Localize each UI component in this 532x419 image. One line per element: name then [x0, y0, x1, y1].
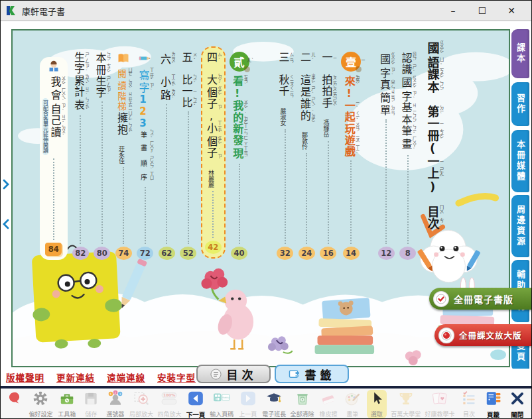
input-page-number-icon: menu	[212, 390, 231, 410]
toc-item-basic-strokes[interactable]: 認ㄖㄣˋ識ㄕˋ國ㄍㄨㄛˊ字ㄗˋ基ㄐㄧ本ㄅㄣˇ筆ㄅㄧˇ畫ㄏㄨㄚˋ8	[399, 52, 417, 260]
toc-item-reading-ladder[interactable]: 閱ㄩㄝˋ讀ㄉㄨˊ階ㄐㄧㄝ梯ㄊㄧ擁ㄩㄥˇ抱ㄅㄠˋ 莊永佳74	[115, 52, 133, 260]
toolbar-preferences[interactable]: 偏好設定	[29, 390, 52, 418]
toolbar-label: 頁籤	[487, 410, 499, 419]
dotted-leader	[123, 167, 124, 244]
toolbar-paint-brush[interactable]: 畫筆	[342, 390, 362, 418]
footer-link-版權聲明[interactable]: 版權聲明	[6, 371, 44, 384]
side-tab-label: 習作	[514, 93, 527, 115]
page-number-chip[interactable]: 84	[45, 243, 62, 256]
ribbon-label: 全冊電子書版	[454, 292, 513, 306]
select-icon	[367, 390, 386, 410]
side-tab-本冊媒體[interactable]: 本冊媒體	[511, 130, 529, 192]
dotted-leader	[80, 115, 81, 244]
bottom-tab-label: 書籤	[305, 366, 336, 383]
page-number-chip[interactable]: 14	[343, 247, 360, 260]
unit-badge: 壹ㄧ	[341, 52, 361, 72]
toc-item-lesson-5[interactable]: 五ㄨˇ 比ㄅㄧˇ一ㄧ比ㄅㄧˇ52	[180, 52, 198, 260]
toc-item-lesson-6[interactable]: 六ㄌㄧㄡˋ 小ㄒㄧㄠˇ路ㄌㄨˋ62	[158, 52, 176, 260]
red-flower	[201, 269, 228, 290]
page-number-chip[interactable]: 16	[320, 247, 336, 260]
toc-tool-icon	[460, 390, 478, 410]
svg-text:3: 3	[119, 392, 121, 396]
footer-link-安裝字型[interactable]: 安裝字型	[157, 371, 196, 384]
svg-text:2: 2	[114, 391, 116, 394]
close-button[interactable]: ✕	[497, 5, 526, 16]
window-title: 康軒電子書	[22, 5, 65, 17]
full-text-enlarged-version-button[interactable]: 全冊課文放大版	[434, 324, 531, 346]
toc-item-unit-2[interactable]: 貳ㄦˋ看ㄎㄢˋ!我ㄨㄛˇ的˙ㄉㄜ新ㄒㄧㄣ發ㄈㄚ現ㄒㄧㄢˋ40	[230, 52, 249, 260]
toc-item-words-accum-table[interactable]: 生ㄕㄥ字ㄗˋ累ㄌㄟˇ計ㄐㄧˋ表ㄅㄧㄠˇ82	[72, 52, 90, 260]
toolbar-eraser[interactable]: 橡皮擦	[318, 390, 338, 418]
toc-item-new-words[interactable]: 本ㄅㄣˇ冊ㄘㄜˋ生ㄕㄥ字ㄗˋ80	[94, 52, 111, 260]
side-tab-習作[interactable]: 習作	[511, 82, 529, 126]
dotted-leader	[239, 164, 240, 244]
toolbar-teaching-cards[interactable]: 好康教學卡	[425, 390, 455, 418]
footer-link-更新連結[interactable]: 更新連結	[56, 371, 95, 384]
side-tab-周邊資源[interactable]: 周邊資源	[511, 195, 529, 257]
toolbar-label: 關閉	[511, 410, 523, 419]
toc-item-self-reading[interactable]: 我ㄨㄛˇ會ㄏㄨㄟˋ自ㄗˋ己ㄐㄧˇ讀ㄉㄨˊ可配合各單元延伸閱讀84	[40, 57, 68, 260]
dotted-leader	[101, 101, 103, 244]
dotted-leader	[385, 119, 387, 244]
toolbar-clear-all[interactable]: 全部清除	[291, 390, 314, 418]
expand-panel-arrow-icon[interactable]	[3, 179, 9, 192]
toolbar-million-school[interactable]: 百萬大學堂	[391, 390, 421, 418]
toc-columns: 國ㄍㄨㄛˊ語ㄩˇ課ㄎㄜˋ本ㄅㄣˇ 第ㄉㄧˋ一ㄧ冊ㄘㄜˋ(一ㄧ上ㄕㄤˋ) 目ㄇㄨˋ…	[30, 40, 445, 268]
toolbar-next-page[interactable]: 下一頁	[186, 390, 206, 419]
toolbar-prev-page[interactable]: 上一頁	[238, 390, 258, 418]
toolbar-save[interactable]: 儲存	[81, 390, 101, 418]
page-number-chip[interactable]: 32	[277, 247, 293, 260]
author-name: 莊永佳	[118, 146, 125, 164]
toolbar-select[interactable]: 選取	[367, 390, 387, 418]
page-number-chip[interactable]: 62	[159, 247, 175, 260]
toc-tab[interactable]: 目次	[196, 365, 271, 383]
clear-all-icon	[293, 390, 312, 410]
toc-item-lesson-1[interactable]: 一ㄧ 拍ㄆㄞ拍ㄆㄞ手ㄕㄡˇ 馮輝岳16	[320, 52, 338, 260]
toolbar-number-picker[interactable]: 123選號器	[105, 390, 125, 418]
ribbon-label: 全冊課文放大版	[459, 329, 522, 341]
page-number-chip[interactable]: 74	[115, 247, 132, 260]
side-tab-label: 本冊媒體	[514, 140, 527, 182]
toolbar-e-class-leader[interactable]: 電子班長	[262, 390, 286, 418]
toolbar-corner-zoom[interactable]: 100%四角放大	[157, 390, 181, 418]
toc-item-writing-123[interactable]: 寫ㄒㄧㄝˇ字ㄗˋ123筆ㄅㄧˇ畫ㄏㄨㄚˋ順ㄕㄨㄣˋ序ㄒㄩˋ72	[137, 52, 155, 260]
footer-links: 版權聲明更新連結遠端連線安裝字型	[6, 371, 196, 384]
toolbar-label: 電子班長	[262, 410, 286, 418]
toolbar-toc-tool[interactable]: 目次	[459, 390, 479, 418]
corner-zoom-icon: 100%	[160, 390, 178, 410]
side-tab-課本[interactable]: 課本	[511, 29, 529, 78]
toc-page: 國ㄍㄨㄛˊ語ㄩˇ課ㄎㄜˋ本ㄅㄣˇ 第ㄉㄧˋ一ㄧ冊ㄘㄜˋ(一ㄧ上ㄕㄤˋ) 目ㄇㄨˋ…	[11, 29, 510, 367]
page-number-chip[interactable]: 8	[399, 247, 416, 260]
full-ebook-version-button[interactable]: 全冊電子書版	[429, 288, 531, 310]
unit-badge: 貳ㄦˋ	[230, 52, 249, 72]
footer-strip: 版權聲明更新連結遠端連線安裝字型 目次書籤	[1, 369, 531, 386]
toolbar-page-tabs[interactable]: 頁籤	[483, 390, 503, 419]
page-number-chip[interactable]: 82	[72, 247, 89, 260]
page-number-chip[interactable]: 40	[231, 247, 247, 260]
collapse-panel-arrow-icon[interactable]	[3, 219, 9, 232]
page-number-chip[interactable]: 52	[180, 247, 196, 260]
footer-link-遠端連線[interactable]: 遠端連線	[107, 371, 145, 384]
toolbar-toolbox[interactable]: 工具箱	[57, 390, 77, 418]
toc-item-lesson-2[interactable]: 二ㄦˋ 這ㄓㄜˋ是ㄕˋ誰ㄕㄟˊ的˙ㄉㄜ 鄒敦怜24	[298, 52, 316, 260]
toolbar-partial-zoom[interactable]: 局部放大	[129, 390, 153, 418]
toc-item-lesson-4[interactable]: 四ㄙˋ 大ㄉㄚˋ個ㄍㄜˋ子˙ㄗ,小ㄒㄧㄠˇ個ㄍㄜˋ子˙ㄗ 林麗麗42	[201, 46, 226, 259]
prev-page-icon	[239, 390, 257, 410]
bookmark-tab[interactable]: 書籤	[275, 365, 349, 383]
page-number-chip[interactable]: 80	[94, 247, 110, 260]
maximize-button[interactable]: ☐	[468, 5, 497, 16]
minimize-button[interactable]: –	[438, 5, 468, 16]
toolbar-close-tool[interactable]: 關閉	[507, 390, 527, 419]
svg-text:1: 1	[109, 392, 111, 396]
toolbar-assistant-balloon[interactable]	[5, 390, 25, 410]
page-number-chip[interactable]: 24	[299, 247, 315, 260]
page-number-chip[interactable]: 42	[205, 241, 222, 254]
toolbar-input-page-number[interactable]: menu輸入頁碼	[210, 390, 233, 418]
toolbar-label: 選取	[371, 410, 383, 418]
page-number-chip[interactable]: 72	[137, 247, 153, 260]
toc-item-hanzi-simple[interactable]: 國ㄍㄨㄛˊ字ㄗˋ真ㄓㄣ簡ㄐㄧㄢˇ單ㄉㄢ12	[377, 52, 395, 260]
toolbar-label: 好康教學卡	[425, 410, 455, 418]
toc-item-lesson-3[interactable]: 三ㄙㄢ 秋ㄑㄧㄡ千ㄑㄧㄢ 嚴淑女32	[277, 52, 295, 260]
toc-item-unit-1[interactable]: 壹ㄧ來ㄌㄞˊ!一ㄧˋ起ㄑㄧˇ玩ㄨㄢˊ遊ㄧㄡˊ戲ㄒㄧˋ14	[341, 52, 361, 260]
page-number-chip[interactable]: 12	[378, 247, 395, 260]
